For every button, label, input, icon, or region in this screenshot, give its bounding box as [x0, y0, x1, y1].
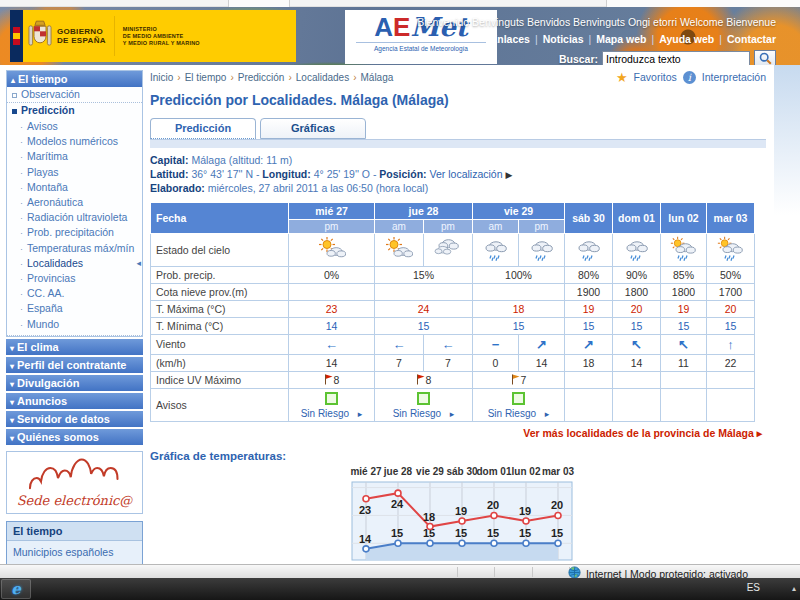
sidebar-item-playas[interactable]: ·Playas	[7, 165, 142, 180]
background-fade	[774, 65, 800, 215]
cell-value: 15	[583, 320, 595, 332]
sin-riesgo-link[interactable]: Sin Riesgo ▸	[488, 408, 550, 419]
sidebar-item-marítima[interactable]: ·Marítima	[7, 149, 142, 164]
sidebar-item-radiación-ultravioleta[interactable]: ·Radiación ultravioleta	[7, 210, 142, 225]
bottom-link-municipios-españoles[interactable]: Municipios españoles	[7, 541, 142, 565]
tab-edge	[228, 0, 290, 7]
sidebar-item-cc-aa-[interactable]: ·CC. AA.	[7, 286, 142, 301]
sidebar-item-prob-precipitación[interactable]: ·Prob. precipitación	[7, 225, 142, 240]
sin-riesgo-link[interactable]: Sin Riesgo ▸	[393, 408, 455, 419]
uv-flag-icon-orange	[511, 374, 520, 385]
gobierno-logo[interactable]: GOBIERNO DE ESPAÑA MINISTERIO DE MEDIO A…	[10, 10, 296, 62]
language-indicator[interactable]: ES	[747, 582, 760, 593]
aemet-letter-a: A	[374, 12, 393, 42]
tab-predicción[interactable]: Predicción	[150, 118, 256, 139]
breadcrumb: Inicio›El tiempo›Predicción›Localidades›…	[150, 72, 393, 83]
sidebar-item-prediccion[interactable]: Predicción	[7, 103, 142, 118]
uv-value: 7	[521, 374, 527, 386]
wind-arrow: ←	[325, 337, 338, 352]
windows-taskbar: e ES ▴	[0, 578, 800, 600]
ampm-subheader: pm	[519, 219, 565, 233]
table-cell: 24	[375, 300, 473, 317]
sidebar-item-montaña[interactable]: ·Montaña	[7, 180, 142, 195]
table-cell: 15%	[375, 266, 473, 283]
breadcrumb-item-predicción[interactable]: Predicción	[238, 72, 285, 83]
table-row-label: Estado del cielo	[151, 233, 289, 266]
wind-arrow: ↑	[727, 337, 734, 352]
sidebar-item-modelos-numéricos[interactable]: ·Modelos numéricos	[7, 134, 142, 149]
table-cell: ↗	[519, 334, 565, 354]
ver-localizacion-link[interactable]: Ver localización	[430, 168, 503, 180]
ministry-line3: Y MEDIO RURAL Y MARINO	[123, 40, 200, 47]
tick-bullet-icon: ·	[20, 274, 23, 284]
sidebar-item-localidades[interactable]: ·Localidades◂	[7, 256, 142, 271]
cell-value: 15	[513, 320, 525, 332]
cell-value: 14	[326, 357, 338, 369]
sidebar-section-divulgación[interactable]: ▾Divulgación	[6, 375, 143, 391]
breadcrumb-item-málaga[interactable]: Málaga	[361, 72, 394, 83]
table-cell	[375, 283, 473, 300]
breadcrumb-item-localidades[interactable]: Localidades	[296, 72, 349, 83]
page-body: ▴El tiempo Observación Predicción ·Aviso…	[0, 65, 800, 564]
sin-riesgo-link[interactable]: Sin Riesgo ▸	[301, 408, 363, 419]
cell-value: 90%	[626, 269, 647, 281]
weather-icon-sun-rain	[717, 236, 745, 262]
table-cell: 80%	[565, 266, 613, 283]
header-link-enlaces[interactable]: Enlaces	[490, 33, 530, 45]
table-cell: 85%	[661, 266, 707, 283]
breadcrumb-separator: ›	[230, 72, 233, 83]
header-link-mapa-web[interactable]: Mapa web	[596, 33, 646, 45]
tick-bullet-icon: ·	[20, 168, 23, 178]
sidebar-section-quiénes-somos[interactable]: ▾Quiénes somos	[6, 429, 143, 445]
capital-value: Málaga (altitud: 11 m)	[191, 154, 292, 166]
table-cell	[661, 371, 707, 388]
sede-electronica-banner[interactable]: Sede electrónic@	[6, 451, 143, 514]
sidebar-item-observacion[interactable]: Observación	[7, 87, 142, 103]
table-cell: 15	[473, 317, 565, 334]
sidebar-section-anuncios[interactable]: ▾Anuncios	[6, 393, 143, 409]
table-cell: 90%	[613, 266, 661, 283]
interpretacion-link[interactable]: Interpretación	[702, 71, 766, 83]
svg-text:sáb 30: sáb 30	[446, 466, 478, 477]
tick-bullet-icon: ·	[20, 289, 23, 299]
breadcrumb-item-el-tiempo[interactable]: El tiempo	[185, 72, 227, 83]
tick-bullet-icon: ·	[20, 152, 23, 162]
breadcrumb-item-inicio[interactable]: Inicio	[150, 72, 173, 83]
tab-edge	[606, 0, 800, 7]
tick-bullet-icon: ·	[20, 244, 23, 254]
wind-arrow: ↗	[583, 337, 594, 352]
header-link-noticias[interactable]: Noticias	[543, 33, 584, 45]
sidebar-header-el-tiempo[interactable]: ▴El tiempo	[7, 71, 142, 87]
table-cell	[565, 233, 613, 266]
weather-icon-rain	[528, 236, 556, 262]
table-cell: ↖	[661, 334, 707, 354]
weather-icon-sun-rain	[670, 236, 698, 262]
sidebar-item-avisos[interactable]: ·Avisos	[7, 119, 142, 134]
sidebar-item-aeronáutica[interactable]: ·Aeronáutica	[7, 195, 142, 210]
tab-gráficas[interactable]: Gráficas	[260, 118, 366, 139]
sidebar-item-mundo[interactable]: ·Mundo	[7, 317, 142, 332]
cell-value: 1900	[577, 286, 600, 298]
browser-tabs-remnant	[0, 0, 800, 7]
table-row-label: T. Máxima (°C)	[151, 300, 289, 317]
ie-taskbar-button[interactable]: e	[1, 579, 31, 599]
gov-line1: GOBIERNO	[57, 27, 106, 36]
sidebar-section-perfil-del-contratante[interactable]: ▾Perfil del contratante	[6, 357, 143, 373]
sidebar-item-españa[interactable]: ·España	[7, 301, 142, 316]
main-content: Inicio›El tiempo›Predicción›Localidades›…	[150, 70, 766, 594]
sidebar-section-servidor-de-datos[interactable]: ▾Servidor de datos	[6, 411, 143, 427]
more-localities-link[interactable]: Ver más localidades de la provincia de M…	[523, 427, 762, 439]
cell-value: 100%	[505, 269, 532, 281]
header-link-ayuda-web[interactable]: Ayuda web	[659, 33, 714, 45]
aemet-letter-e: E	[393, 12, 410, 42]
tick-bullet-icon: ·	[20, 228, 23, 238]
sidebar-section-el-clima[interactable]: ▾El clima	[6, 339, 143, 355]
table-cell: 7	[375, 354, 424, 371]
favoritos-link[interactable]: Favoritos	[634, 71, 677, 83]
sidebar-item-provincias[interactable]: ·Provincias	[7, 271, 142, 286]
site-header: GOBIERNO DE ESPAÑA MINISTERIO DE MEDIO A…	[0, 7, 800, 65]
sidebar-item-temperaturas-máx-mín[interactable]: ·Temperaturas máx/mín	[7, 241, 142, 256]
table-cell: 1700	[707, 283, 755, 300]
tray-icon[interactable]: ▴	[792, 584, 796, 593]
header-link-contactar[interactable]: Contactar	[727, 33, 776, 45]
